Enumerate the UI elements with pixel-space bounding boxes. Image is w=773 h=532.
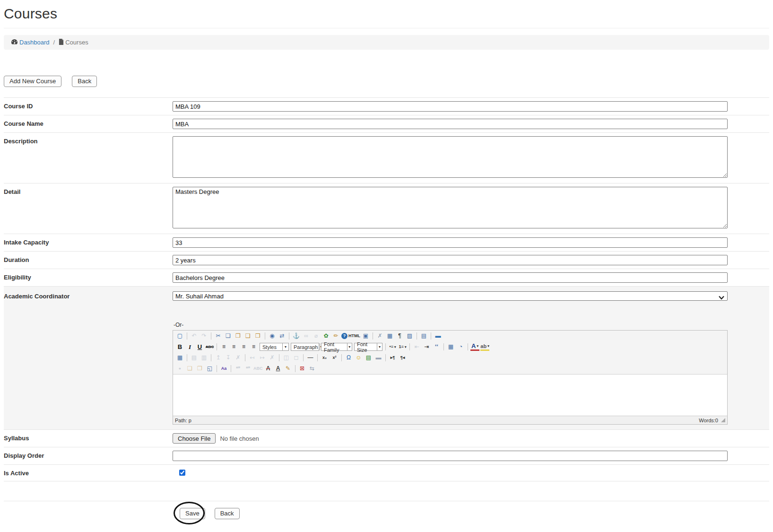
new-document-icon[interactable]: ▢	[175, 331, 184, 340]
breadcrumb-dashboard[interactable]: Dashboard	[11, 39, 50, 46]
ltr-icon[interactable]: ▸¶	[388, 353, 397, 362]
fullscreen-icon[interactable]: ▬	[434, 331, 443, 340]
academic-coordinator-label: Academic Coordinator	[4, 291, 173, 425]
show-blocks-icon[interactable]: ¶	[395, 331, 404, 340]
align-justify-icon[interactable]: ≡	[249, 342, 258, 351]
horizontal-rule-icon[interactable]: —	[306, 353, 315, 362]
insert-layer-icon[interactable]: ▫	[175, 364, 184, 373]
abbreviation-icon[interactable]: ❝❞	[243, 364, 252, 373]
absolute-position-icon[interactable]: ◱	[205, 364, 214, 373]
redo-icon[interactable]: ↷	[200, 331, 208, 340]
is-active-checkbox[interactable]	[179, 470, 185, 476]
editor-resize-handle[interactable]	[721, 418, 725, 422]
font-size-dropdown[interactable]: Font Size▾	[354, 343, 382, 351]
send-backward-icon[interactable]: ❐	[195, 364, 204, 373]
special-character-icon[interactable]: Ω	[344, 353, 353, 362]
anchor-icon[interactable]: ⚓	[292, 331, 301, 340]
subscript-icon[interactable]: x₂	[320, 353, 329, 362]
delete-row-icon[interactable]: ✗	[234, 353, 243, 362]
deleted-text-icon[interactable]: A	[264, 364, 273, 373]
rtl-icon[interactable]: ¶◂	[398, 353, 407, 362]
remove-format-icon[interactable]: ✗	[375, 331, 384, 340]
display-order-input[interactable]	[173, 451, 728, 461]
print-icon[interactable]: ▤	[419, 331, 428, 340]
font-family-dropdown[interactable]: Font Family▾	[321, 343, 352, 351]
find-replace-icon[interactable]: ⇄	[278, 331, 287, 340]
course-id-input[interactable]	[173, 101, 728, 112]
table-properties-icon[interactable]: ▦	[175, 353, 184, 362]
save-button[interactable]: Save	[180, 508, 205, 519]
inserted-text-icon[interactable]: A	[274, 364, 283, 373]
styles-dropdown[interactable]: Styles▾	[260, 343, 289, 351]
insert-row-after-icon[interactable]: ↧	[224, 353, 233, 362]
breadcrumb-dashboard-link[interactable]: Dashboard	[19, 39, 50, 46]
superscript-icon[interactable]: x²	[330, 353, 339, 362]
merge-cells-icon[interactable]: ◻	[292, 353, 301, 362]
html-source-icon[interactable]: HTML	[348, 331, 360, 340]
acronym-icon[interactable]: ABC	[253, 364, 263, 373]
strikethrough-icon[interactable]: ABC	[205, 342, 214, 351]
link-icon[interactable]: ∞	[302, 331, 311, 340]
insert-row-before-icon[interactable]: ↥	[214, 353, 223, 362]
copy-icon[interactable]: ❏	[224, 331, 233, 340]
insert-column-before-icon[interactable]: ↤	[248, 353, 257, 362]
split-cells-icon[interactable]: ◫	[282, 353, 291, 362]
numbered-list-icon[interactable]: 1≡▾	[398, 342, 407, 351]
page-break-icon[interactable]: ⇆	[308, 364, 317, 373]
eligibility-input[interactable]	[173, 272, 728, 283]
align-center-icon[interactable]: ≡	[229, 342, 238, 351]
background-color-icon[interactable]: ab▾	[480, 343, 489, 351]
paste-from-word-icon[interactable]: ❒	[253, 331, 262, 340]
duration-input[interactable]	[173, 255, 728, 265]
advanced-hr-icon[interactable]: ▬	[374, 353, 383, 362]
emoticons-icon[interactable]: ☺	[354, 353, 363, 362]
document-properties-icon[interactable]: ▣	[361, 331, 370, 340]
edit-attributes-icon[interactable]: ✎	[284, 364, 293, 373]
cleanup-icon[interactable]: ✏	[331, 331, 340, 340]
bring-forward-icon[interactable]: ❏	[185, 364, 194, 373]
outdent-icon[interactable]: ⇤	[412, 342, 421, 351]
toolbar-separator	[468, 343, 468, 350]
course-name-input[interactable]	[173, 119, 728, 129]
bold-icon[interactable]: B	[175, 342, 184, 351]
back-button-top[interactable]: Back	[72, 76, 97, 87]
undo-icon[interactable]: ↶	[190, 331, 199, 340]
add-new-course-button[interactable]: Add New Course	[4, 76, 61, 87]
citation-icon[interactable]: ❝❞	[234, 364, 243, 373]
table-row-properties-icon[interactable]: ▤	[190, 353, 199, 362]
align-left-icon[interactable]: ≡	[219, 342, 228, 351]
insert-column-after-icon[interactable]: ↦	[258, 353, 267, 362]
insert-date-icon[interactable]: ▦	[446, 342, 455, 351]
paste-as-text-icon[interactable]: ❑	[243, 331, 252, 340]
preview-icon[interactable]: ▨	[405, 331, 414, 340]
paragraph-dropdown[interactable]: Paragraph▾	[291, 343, 319, 351]
indent-icon[interactable]: ⇥	[422, 342, 431, 351]
visual-characters-icon[interactable]: ⊠	[298, 364, 307, 373]
align-right-icon[interactable]: ≡	[239, 342, 248, 351]
back-button-bottom[interactable]: Back	[215, 508, 240, 519]
image-icon[interactable]: ✿	[321, 331, 330, 340]
delete-column-icon[interactable]: ✗	[268, 353, 277, 362]
unlink-icon[interactable]: ⌀	[312, 331, 321, 340]
blockquote-icon[interactable]: “	[432, 342, 441, 351]
academic-coordinator-select[interactable]: Mr. Suhail Ahmad	[173, 291, 728, 301]
insert-time-icon[interactable]: ◔	[456, 342, 465, 351]
media-icon[interactable]: ▤	[364, 353, 373, 362]
find-icon[interactable]: ◉	[268, 331, 277, 340]
description-textarea[interactable]	[173, 136, 728, 178]
detail-textarea[interactable]: Masters Degree	[173, 187, 728, 228]
paste-icon[interactable]: ❐	[234, 331, 243, 340]
bullet-list-icon[interactable]: •≡▾	[388, 342, 397, 351]
choose-file-button[interactable]: Choose File	[173, 433, 216, 444]
editor-content-area[interactable]	[173, 374, 727, 416]
cut-icon[interactable]: ✂	[214, 331, 223, 340]
intake-capacity-input[interactable]	[173, 237, 728, 248]
text-color-icon[interactable]: A▾	[470, 343, 479, 351]
help-icon[interactable]: ?	[341, 333, 347, 339]
style-properties-icon[interactable]: Aa	[219, 364, 228, 373]
italic-icon[interactable]: I	[185, 342, 194, 351]
or-text: -Or-	[174, 322, 728, 328]
insert-table-icon[interactable]: ▦	[385, 331, 394, 340]
table-cell-properties-icon[interactable]: ▥	[200, 353, 208, 362]
underline-icon[interactable]: U	[195, 342, 204, 351]
